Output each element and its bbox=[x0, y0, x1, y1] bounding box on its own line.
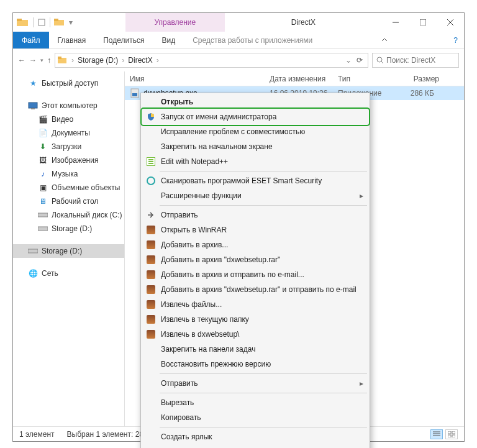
ctx-notepadpp[interactable]: Edit with Notepad++ bbox=[142, 154, 368, 169]
ctx-eset-scan[interactable]: Сканировать программой ESET Smart Securi… bbox=[142, 173, 368, 188]
tree-label: Быстрый доступ bbox=[42, 79, 98, 88]
tree-this-pc[interactable]: Этот компьютер bbox=[13, 99, 124, 112]
tab-home[interactable]: Главная bbox=[49, 32, 95, 48]
svg-line-12 bbox=[381, 62, 383, 63]
ctx-winrar-open[interactable]: Открыть в WinRAR bbox=[142, 222, 368, 237]
tab-app-tools[interactable]: Средства работы с приложениями bbox=[184, 32, 321, 48]
tab-file[interactable]: Файл bbox=[13, 32, 49, 48]
minimize-button[interactable] bbox=[382, 13, 409, 32]
ctx-share[interactable]: Отправить bbox=[142, 208, 368, 222]
ctx-compat[interactable]: Исправление проблем с совместимостью bbox=[142, 124, 368, 139]
tree-3d-objects[interactable]: ▣Объемные объекты bbox=[13, 181, 124, 194]
ctx-label: Добавить в архив... bbox=[161, 240, 228, 249]
help-icon[interactable]: ? bbox=[447, 32, 464, 48]
chevron-right-icon: ▸ bbox=[360, 191, 363, 200]
winrar-icon bbox=[146, 270, 156, 280]
qat-divider bbox=[33, 17, 34, 27]
col-size[interactable]: Размер bbox=[395, 75, 458, 83]
ctx-pin-taskbar[interactable]: Закрепить на панели задач bbox=[142, 342, 368, 357]
crumb-storage[interactable]: Storage (D:) bbox=[78, 56, 118, 65]
ctx-label: Добавить в архив и отправить по e-mail..… bbox=[161, 270, 304, 279]
svg-rect-17 bbox=[28, 249, 38, 253]
tree-documents[interactable]: 📄Документы bbox=[13, 126, 124, 140]
window-title: DirectX bbox=[273, 18, 334, 27]
ctx-label: Закрепить на панели задач bbox=[161, 345, 255, 354]
titlebar: ▾ Управление DirectX bbox=[13, 13, 464, 32]
crumb-directx[interactable]: DirectX bbox=[128, 56, 152, 65]
chevron-right-icon[interactable]: › bbox=[70, 56, 75, 65]
ctx-winrar-extract[interactable]: Извлечь файлы... bbox=[142, 297, 368, 312]
qat-newfolder-icon[interactable] bbox=[54, 18, 65, 27]
ctx-label: Отправить bbox=[161, 211, 198, 219]
ctx-sendto[interactable]: Отправить▸ bbox=[142, 376, 368, 391]
ctx-eset-more[interactable]: Расширенные функции▸ bbox=[142, 188, 368, 203]
recent-dropdown[interactable]: ▾ bbox=[40, 57, 43, 63]
ctx-run-as-admin[interactable]: Запуск от имени администратора bbox=[142, 109, 368, 124]
ribbon-tabs: Файл Главная Поделиться Вид Средства раб… bbox=[13, 32, 464, 49]
ctx-label: Создать ярлык bbox=[161, 432, 212, 441]
view-icons-button[interactable] bbox=[445, 429, 458, 439]
pictures-icon: 🖼 bbox=[38, 156, 48, 165]
tree-music[interactable]: ♪Музыка bbox=[13, 167, 124, 181]
chevron-right-icon[interactable]: › bbox=[155, 56, 160, 65]
tree-video[interactable]: 🎬Видео bbox=[13, 112, 124, 126]
ctx-winrar-extract-here[interactable]: Извлечь в текущую папку bbox=[142, 312, 368, 327]
ctx-delete[interactable]: Удалить bbox=[142, 444, 368, 448]
col-name[interactable]: Имя bbox=[125, 75, 265, 83]
qat-properties-icon[interactable] bbox=[37, 18, 46, 27]
winrar-icon bbox=[146, 299, 156, 309]
ctx-pin-start[interactable]: Закрепить на начальном экране bbox=[142, 139, 368, 154]
svg-rect-23 bbox=[448, 431, 451, 434]
breadcrumb[interactable]: › Storage (D:) › DirectX › ⌄ ⟳ bbox=[55, 53, 368, 68]
tree-desktop[interactable]: 🖥Рабочий стол bbox=[13, 194, 124, 208]
view-details-button[interactable] bbox=[430, 429, 443, 439]
forward-button[interactable]: → bbox=[29, 56, 37, 65]
ctx-winrar-email[interactable]: Добавить в архив и отправить по e-mail..… bbox=[142, 267, 368, 282]
refresh-button[interactable]: ⟳ bbox=[354, 56, 365, 65]
ctx-winrar-add-named[interactable]: Добавить в архив "dxwebsetup.rar" bbox=[142, 252, 368, 267]
cell-size: 286 КБ bbox=[395, 89, 464, 98]
music-icon: ♪ bbox=[38, 170, 48, 178]
ctx-winrar-email-named[interactable]: Добавить в архив "dxwebsetup.rar" и отпр… bbox=[142, 282, 368, 297]
tab-share[interactable]: Поделиться bbox=[94, 32, 153, 48]
up-button[interactable]: ↑ bbox=[47, 56, 51, 65]
tree-network[interactable]: 🌐Сеть bbox=[13, 267, 124, 280]
manage-tab-header: Управление bbox=[125, 13, 225, 32]
tab-view[interactable]: Вид bbox=[153, 32, 184, 48]
col-type[interactable]: Тип bbox=[333, 75, 395, 83]
ctx-winrar-add[interactable]: Добавить в архив... bbox=[142, 237, 368, 252]
ctx-separator bbox=[160, 171, 367, 171]
search-input[interactable]: Поиск: DirectX bbox=[372, 53, 459, 68]
chevron-right-icon[interactable]: › bbox=[120, 56, 125, 65]
quick-access-toolbar: ▾ bbox=[33, 17, 78, 27]
ctx-label: Копировать bbox=[161, 413, 201, 422]
close-button[interactable] bbox=[437, 13, 464, 32]
ribbon-collapse-icon[interactable] bbox=[375, 32, 394, 48]
back-button[interactable]: ← bbox=[18, 56, 25, 65]
ctx-copy[interactable]: Копировать bbox=[142, 410, 368, 425]
tree-pictures[interactable]: 🖼Изображения bbox=[13, 153, 124, 167]
svg-rect-13 bbox=[29, 103, 37, 108]
winrar-icon bbox=[146, 285, 156, 295]
video-icon: 🎬 bbox=[38, 115, 48, 124]
col-date[interactable]: Дата изменения bbox=[265, 75, 333, 83]
address-dropdown-icon[interactable]: ⌄ bbox=[345, 56, 352, 65]
ctx-open[interactable]: Открыть bbox=[142, 94, 368, 109]
shield-icon bbox=[146, 112, 156, 122]
tree-downloads[interactable]: ⬇Загрузки bbox=[13, 140, 124, 153]
qat-dropdown-icon[interactable]: ▾ bbox=[69, 18, 78, 27]
ctx-separator bbox=[160, 373, 367, 374]
ctx-restore-version[interactable]: Восстановить прежнюю версию bbox=[142, 357, 368, 372]
svg-rect-6 bbox=[420, 19, 426, 25]
tree-local-c[interactable]: Локальный диск (C:) bbox=[13, 208, 124, 222]
ctx-cut[interactable]: Вырезать bbox=[142, 395, 368, 410]
column-headers: Имя Дата изменения Тип Размер bbox=[125, 71, 464, 86]
drive-icon bbox=[38, 224, 48, 233]
ctx-label: Добавить в архив "dxwebsetup.rar" bbox=[161, 255, 280, 264]
tree-quick-access[interactable]: ★Быстрый доступ bbox=[13, 76, 124, 90]
ctx-winrar-extract-folder[interactable]: Извлечь в dxwebsetup\ bbox=[142, 327, 368, 342]
maximize-button[interactable] bbox=[409, 13, 437, 32]
ctx-shortcut[interactable]: Создать ярлык bbox=[142, 429, 368, 444]
tree-storage-d-root[interactable]: Storage (D:) bbox=[13, 244, 124, 258]
tree-storage-d[interactable]: Storage (D:) bbox=[13, 222, 124, 235]
